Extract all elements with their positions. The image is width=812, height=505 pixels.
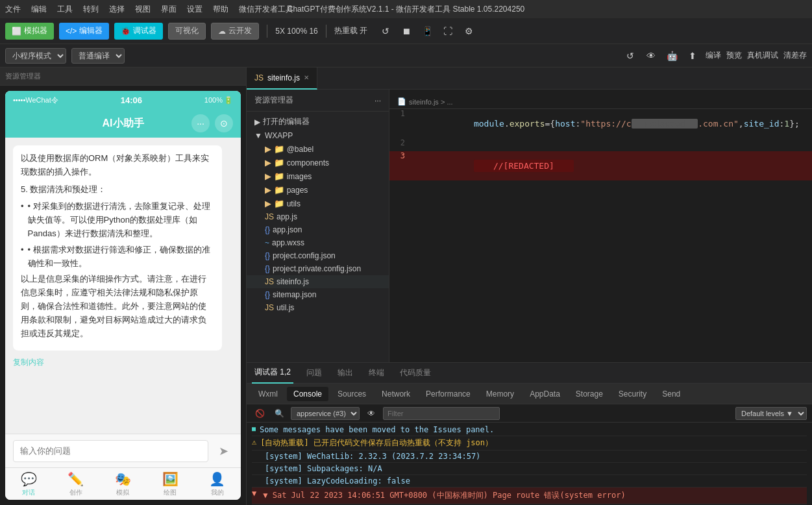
refresh-btn[interactable]: ↺ (378, 23, 393, 39)
devtab-storage[interactable]: Storage (569, 387, 609, 401)
open-editors-section[interactable]: ▶ 打开的编辑器 (247, 114, 389, 129)
bottom-tab-issues[interactable]: 问题 (304, 363, 325, 384)
devtab-performance[interactable]: Performance (419, 387, 477, 401)
toolbar-sep-2 (326, 25, 326, 38)
file-app-wxss-name: app.wxss (272, 238, 304, 247)
bottom-tab-output[interactable]: 输出 (335, 363, 356, 384)
visualize-btn[interactable]: 可视化 (168, 23, 206, 40)
console-filter-input[interactable] (383, 407, 500, 420)
copy-btn[interactable]: 复制内容 (13, 357, 233, 368)
folder-utils[interactable]: ▶ 📁 utils (247, 197, 389, 210)
bottom-tab-debugger[interactable]: 调试器 1,2 (252, 363, 293, 384)
tab-dialog[interactable]: 💬 对话 (5, 471, 53, 497)
explorer-menu-icon[interactable]: ··· (375, 96, 381, 105)
refresh2-btn[interactable]: ↺ (622, 48, 638, 64)
file-project-private[interactable]: {} project.private.config.json (247, 262, 389, 275)
folder-babel[interactable]: ▶ 📁 @babel (247, 142, 389, 156)
console-msg-6: ▼ Sat Jul 22 2023 14:06:51 GMT+0800 (中国标… (260, 489, 628, 502)
wxapp-section[interactable]: ▼ WXAPP (247, 129, 389, 142)
create-label: 创作 (69, 488, 82, 497)
context-select[interactable]: appservice (#3) (291, 407, 360, 420)
camera-btn[interactable]: ⊙ (215, 114, 233, 132)
menu-file[interactable]: 文件 (5, 4, 21, 15)
folder-pages[interactable]: ▶ 📁 pages (247, 183, 389, 197)
eye-btn[interactable]: 👁 (643, 48, 659, 64)
stop-btn[interactable]: ⏹ (399, 23, 414, 39)
menu-help[interactable]: 帮助 (213, 4, 228, 15)
menu-view[interactable]: 视图 (135, 4, 151, 15)
devtab-appdata[interactable]: AppData (523, 387, 567, 401)
json-icon-appjson: {} (265, 225, 270, 234)
devtab-console[interactable]: Console (287, 387, 328, 401)
tab-simulate[interactable]: 🎭 模拟 (99, 471, 147, 497)
file-app-js[interactable]: JS app.js (247, 210, 389, 223)
phone-battery: 100% 🔋 (204, 96, 233, 105)
json-icon-private: {} (265, 264, 270, 273)
devtab-memory[interactable]: Memory (480, 387, 521, 401)
tab-create[interactable]: ✏️ 创作 (53, 471, 100, 497)
menu-settings[interactable]: 设置 (187, 4, 203, 15)
warn-icon-1: ⚠ (252, 437, 256, 447)
menu-select[interactable]: 选择 (109, 4, 125, 15)
create-icon: ✏️ (68, 471, 84, 487)
file-util-js[interactable]: JS util.js (247, 301, 389, 314)
dialog-icon: 💬 (21, 471, 37, 487)
mode-select[interactable]: 小程序模式 (5, 48, 66, 64)
devtab-wxml[interactable]: Wxml (252, 387, 284, 401)
upload-btn[interactable]: ⬆ (685, 48, 700, 64)
menu-edit[interactable]: 编辑 (31, 4, 47, 15)
file-app-json[interactable]: {} app.json (247, 223, 389, 236)
phone-chat-content: 以及使用数据库的ORM（对象关系映射）工具来实现数据的插入操作。 5. 数据清洗… (5, 138, 241, 434)
filter-btn[interactable]: 🔍 (271, 406, 287, 421)
simulator-btn[interactable]: ⬜ 模拟器 (5, 23, 54, 40)
bottom-tab-terminal[interactable]: 终端 (366, 363, 387, 384)
bottom-tab-codequality[interactable]: 代码质量 (397, 363, 434, 384)
tab-siteinfo[interactable]: JS siteinfo.js ✕ (247, 68, 317, 90)
sim-label: 资源管理器 (5, 71, 41, 81)
devtab-security[interactable]: Security (612, 387, 653, 401)
devtab-sources[interactable]: Sources (331, 387, 373, 401)
menu-tools[interactable]: 工具 (57, 4, 73, 15)
folder-components-name: components (287, 158, 329, 167)
devtab-network[interactable]: Network (375, 387, 417, 401)
menu-interface[interactable]: 界面 (161, 4, 177, 15)
clear-console-btn[interactable]: 🚫 (252, 406, 267, 421)
my-icon: 👤 (209, 471, 225, 487)
menu-goto[interactable]: 转到 (83, 4, 99, 15)
tab-draw[interactable]: 🖼️ 绘图 (147, 471, 194, 497)
settings2-btn[interactable]: ⚙ (461, 23, 476, 39)
folder-components[interactable]: ▶ 📁 components (247, 156, 389, 169)
eye2-btn[interactable]: 👁 (363, 406, 379, 421)
send-btn[interactable]: ➤ (214, 441, 233, 461)
devtab-send[interactable]: Send (656, 387, 687, 401)
file-siteinfo[interactable]: JS siteinfo.js (247, 275, 389, 288)
phone-tabbar: 💬 对话 ✏️ 创作 🎭 模拟 🖼️ 绘图 👤 我的 (5, 467, 241, 500)
file-app-json-name: app.json (273, 225, 302, 234)
file-project-config[interactable]: {} project.config.json (247, 249, 389, 262)
draw-label: 绘图 (164, 488, 177, 497)
menu-bar: 文件 编辑 工具 转到 选择 视图 界面 设置 帮助 微信开发者工具 ChatG… (0, 0, 812, 18)
cloud-btn[interactable]: ☁ 云开发 (211, 23, 259, 40)
editor-btn[interactable]: </> 编辑器 (59, 23, 109, 40)
phone-input-area: ➤ (5, 434, 241, 467)
menu-wechat-devtools[interactable]: 微信开发者工具 (239, 4, 293, 15)
file-app-wxss[interactable]: ~ app.wxss (247, 236, 389, 249)
folder-images[interactable]: ▶ 📁 images (247, 169, 389, 183)
console-msg-2: [自动热重载] 已开启代码文件保存后自动热重载（不支持 json） (260, 437, 493, 449)
robot-btn[interactable]: 🤖 (664, 48, 680, 64)
bottom-panel: 调试器 1,2 问题 输出 终端 代码质量 Wxml Console Sourc… (247, 362, 812, 505)
default-levels-select[interactable]: Default levels ▼ (735, 407, 807, 420)
phone-header: AI小助手 ··· ⊙ (5, 109, 241, 138)
dots-btn[interactable]: ··· (191, 114, 210, 132)
chat-input[interactable] (13, 440, 208, 462)
folder-images-name: images (287, 172, 312, 181)
phone-btn[interactable]: 📱 (419, 23, 435, 39)
compile-select[interactable]: 普通编译 (71, 48, 125, 64)
tab-my[interactable]: 👤 我的 (193, 471, 241, 497)
debugger-btn[interactable]: 🐞 调试器 (114, 23, 163, 40)
file-sitemap[interactable]: {} sitemap.json (247, 288, 389, 301)
tab-close-icon[interactable]: ✕ (304, 74, 309, 81)
expand-btn[interactable]: ⛶ (440, 23, 456, 39)
folder-images-icon: ▶ 📁 (265, 171, 284, 181)
js-icon-appjs: JS (265, 212, 274, 221)
